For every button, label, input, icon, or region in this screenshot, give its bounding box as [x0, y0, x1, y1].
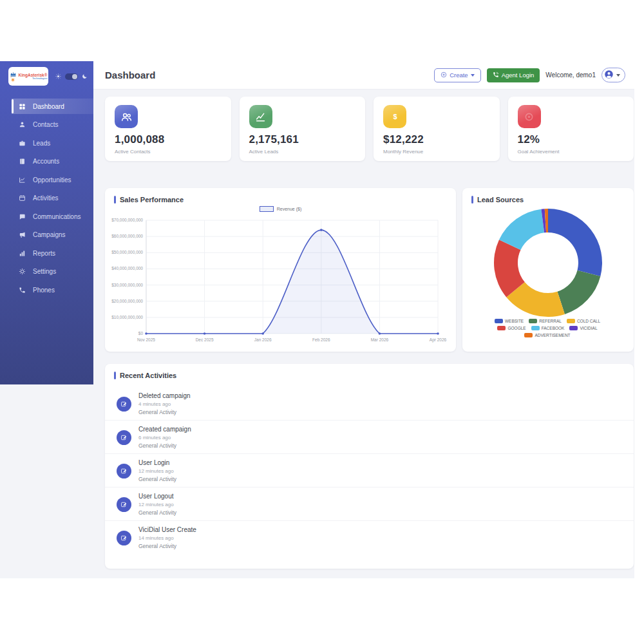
donut-legend-item-google[interactable]: GOOGLE [497, 326, 526, 330]
sales-performance-card: Sales Performance Revenue ($) $0$10,000,… [105, 188, 456, 352]
svg-text:$70,000,000,000: $70,000,000,000 [111, 218, 143, 222]
app-window: KingAsterisk® Technologies DashboardCont… [0, 61, 634, 578]
svg-text:$40,000,000,000: $40,000,000,000 [111, 266, 143, 270]
gear-icon [19, 268, 26, 275]
sidebar-header: KingAsterisk® Technologies [0, 61, 93, 88]
svg-text:Apr 2026: Apr 2026 [430, 337, 447, 343]
sidebar-item-leads[interactable]: Leads [12, 135, 93, 151]
activity-time: 12 minutes ago [138, 502, 176, 507]
phone-icon [19, 287, 26, 294]
title-accent [114, 196, 116, 204]
sidebar-item-communications[interactable]: Communications [12, 209, 93, 224]
donut-slice-website [548, 209, 602, 276]
sidebar-item-phones[interactable]: Phones [12, 282, 93, 298]
donut-legend-item-facebook[interactable]: FACEBOOK [531, 326, 565, 330]
activity-row: ViciDial User Create14 minutes agoGenera… [105, 521, 634, 554]
welcome-text: Welcome, demo1 [545, 71, 596, 79]
legend-swatch [567, 319, 575, 323]
svg-text:$30,000,000,000: $30,000,000,000 [111, 283, 143, 287]
stat-label: Monthly Revenue [383, 149, 490, 155]
phone-call-icon [493, 71, 499, 79]
sidebar-item-opportunities[interactable]: Opportunities [12, 172, 93, 187]
user-icon [19, 121, 26, 128]
donut-legend-item-website[interactable]: WEBSITE [495, 319, 524, 323]
sidebar-item-reports[interactable]: Reports [12, 245, 93, 261]
app-logo[interactable]: KingAsterisk® Technologies [8, 67, 48, 86]
sidebar-item-label: Leads [33, 140, 50, 147]
activity-row: Created campaign6 minutes agoGeneral Act… [105, 421, 634, 454]
toggle-knob [72, 74, 77, 79]
sun-icon [55, 73, 61, 79]
donut-legend-item-cold-call[interactable]: COLD CALL [567, 319, 600, 323]
create-button-label: Create [450, 71, 468, 79]
recent-activities-card: Recent Activities Deleted campaign4 minu… [105, 364, 634, 569]
stat-value: 12% [518, 133, 625, 146]
target-icon [518, 105, 541, 128]
svg-text:$: $ [393, 113, 397, 120]
activity-time: 12 minutes ago [138, 468, 176, 474]
activity-category: General Activity [138, 476, 176, 482]
megaphone-icon [19, 231, 26, 238]
chart-line-icon [249, 105, 272, 128]
activity-row: User Logout12 minutes agoGeneral Activit… [105, 488, 634, 521]
briefcase-icon [19, 140, 26, 147]
note-edit-icon [117, 531, 131, 545]
lead-sources-card: Lead Sources WEBSITEREFERRALCOLD CALLGOO… [462, 188, 634, 352]
activity-time: 6 minutes ago [138, 435, 191, 440]
calendar-icon [19, 194, 26, 202]
donut-legend-item-vicidial[interactable]: VICIDIAL [569, 326, 597, 330]
sidebar-item-activities[interactable]: Activities [12, 191, 93, 206]
sales-performance-title: Sales Performance [105, 188, 456, 204]
svg-text:Feb 2026: Feb 2026 [312, 337, 330, 342]
book-icon [19, 158, 26, 165]
title-accent [471, 196, 473, 204]
svg-text:$60,000,000,000: $60,000,000,000 [111, 234, 143, 238]
donut-legend-item-referral[interactable]: REFERRAL [529, 319, 562, 323]
activity-title: User Login [138, 459, 176, 466]
title-accent [114, 372, 116, 379]
note-edit-icon [117, 397, 131, 412]
svg-text:Dec 2025: Dec 2025 [196, 337, 214, 342]
sidebar-item-dashboard[interactable]: Dashboard [12, 99, 93, 114]
legend-label: REFERRAL [539, 319, 562, 323]
crown-icon [10, 71, 17, 82]
legend-swatch [495, 319, 503, 323]
legend-label: FACEBOOK [542, 326, 565, 330]
grid-icon [19, 103, 26, 110]
asterisk-icon [11, 78, 15, 82]
svg-text:$0: $0 [138, 331, 144, 336]
sidebar-item-contacts[interactable]: Contacts [12, 117, 93, 133]
activity-list: Deleted campaign4 minutes agoGeneral Act… [105, 387, 634, 554]
bar-chart-icon [19, 250, 26, 257]
sales-line-chart: $0$10,000,000,000$20,000,000,000$30,000,… [105, 211, 456, 348]
sidebar-item-accounts[interactable]: Accounts [12, 154, 93, 169]
moon-icon [82, 73, 88, 79]
sidebar-item-campaigns[interactable]: Campaigns [12, 227, 93, 243]
sidebar-item-label: Contacts [33, 121, 58, 128]
legend-label: ADVERTISEMENT [535, 333, 570, 337]
legend-swatch [531, 326, 540, 330]
theme-toggle[interactable] [65, 73, 78, 80]
sidebar-item-label: Phones [33, 287, 55, 294]
sidebar: KingAsterisk® Technologies DashboardCont… [0, 61, 93, 384]
sidebar-item-label: Activities [33, 194, 58, 202]
create-button[interactable]: Create [434, 68, 481, 82]
legend-label: VICIDIAL [580, 326, 597, 330]
legend-swatch [497, 326, 506, 330]
legend-swatch [524, 333, 533, 337]
activity-category: General Activity [138, 409, 191, 415]
note-edit-icon [117, 464, 131, 478]
donut-legend-item-advertisement[interactable]: ADVERTISEMENT [524, 333, 570, 337]
activity-category: General Activity [138, 509, 176, 516]
theme-switcher [55, 73, 88, 80]
user-menu-button[interactable] [601, 68, 625, 82]
agent-login-button[interactable]: Agent Login [487, 68, 540, 82]
activity-row: User Login12 minutes agoGeneral Activity [105, 454, 634, 488]
sidebar-item-settings[interactable]: Settings [12, 264, 93, 279]
page-title: Dashboard [105, 70, 155, 80]
topbar-actions: Create Agent Login Welcome, demo1 [434, 68, 625, 82]
activity-time: 14 minutes ago [138, 535, 196, 541]
activity-title: Deleted campaign [138, 392, 191, 399]
stat-card-goal-achievement: 12%Goal Achievement [508, 97, 634, 161]
activity-title: User Logout [138, 493, 176, 500]
